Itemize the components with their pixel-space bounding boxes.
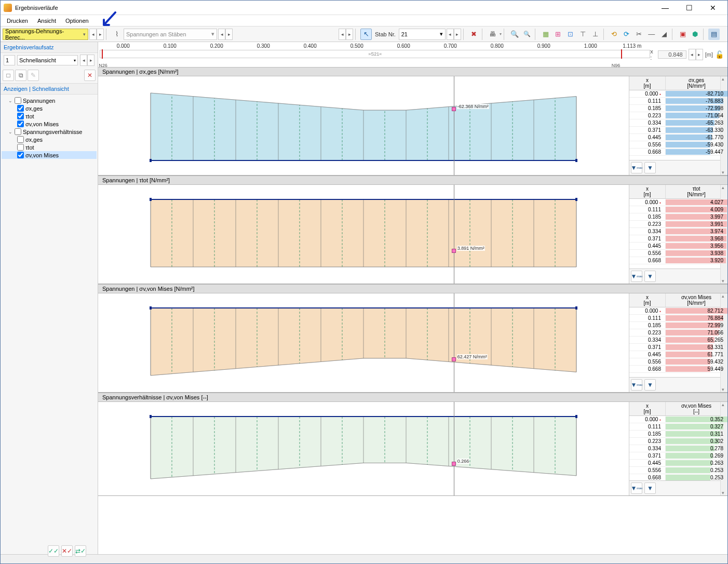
svg-rect-95 xyxy=(575,415,577,418)
addon-combo[interactable]: Spannungs-Dehnungs-Berec...▾ xyxy=(3,29,88,40)
chart[interactable]: -62.368 N/mm² xyxy=(98,76,629,175)
svg-rect-22 xyxy=(150,159,152,162)
nav-prev4[interactable]: ◂ xyxy=(447,29,454,40)
tool-6-icon[interactable]: ⟲ xyxy=(609,29,620,40)
svg-rect-71 xyxy=(575,306,577,310)
svg-rect-70 xyxy=(150,306,152,310)
sbtn-copy[interactable]: ⧉ xyxy=(15,70,26,81)
tool-12-icon[interactable]: ⬢ xyxy=(690,29,701,40)
panel-header: Spannungen | τtot [N/mm²] xyxy=(98,176,727,185)
svg-rect-47 xyxy=(575,198,577,201)
status-bar xyxy=(1,554,727,563)
set-name[interactable]: Schnellansicht▾ xyxy=(17,55,78,65)
cx-prev[interactable]: ◂ xyxy=(689,49,696,60)
cursor-x-value: 0.848 xyxy=(658,50,686,59)
tool-13-icon[interactable]: ▤ xyxy=(708,29,720,40)
set-prev[interactable]: ◂ xyxy=(80,55,87,66)
tool-10-icon[interactable]: ◢ xyxy=(658,29,670,40)
content-area: 0.0000.1000.2000.3000.4000.5000.6000.700… xyxy=(98,42,727,554)
menu-optionen[interactable]: Optionen xyxy=(61,17,93,25)
tree-node[interactable]: ⌄ Spannungen xyxy=(2,97,97,104)
window-title: Ergebnisverläufe xyxy=(15,5,58,11)
panel-header: Spannungsverhältnisse | σv,von Mises [--… xyxy=(98,393,727,402)
tree-leaf[interactable]: τtot xyxy=(2,112,97,120)
set-next[interactable]: ▸ xyxy=(87,55,95,66)
btm-3[interactable]: ⇄✓ xyxy=(75,545,86,557)
ruler: 0.0000.1000.2000.3000.4000.5000.6000.700… xyxy=(98,42,727,67)
max-button[interactable]: ▼max xyxy=(631,271,642,282)
zoom-in-icon[interactable]: 🔍 xyxy=(509,29,520,40)
data-table: x[m]τtot[N/mm²]0.000 ▪4.0270.1114.0090.1… xyxy=(629,185,727,284)
menu-drucken[interactable]: Drucken xyxy=(3,17,32,25)
nav-next1[interactable]: ▸ xyxy=(97,29,104,40)
data-table: x[m]σv,von Mises[--]0.000 ▪0.3520.1110.3… xyxy=(629,402,727,495)
cx-next[interactable]: ▸ xyxy=(696,49,703,60)
svg-rect-94 xyxy=(150,415,152,418)
tool-5-icon[interactable]: ⊥ xyxy=(590,29,601,40)
filter-button[interactable]: ▼ xyxy=(644,379,656,391)
tree-leaf[interactable]: τtot xyxy=(2,143,97,151)
max-button[interactable]: ☐ xyxy=(678,1,700,15)
data-table: x[m]σv,von Mises[N/mm²]0.000 ▪82.7120.11… xyxy=(629,293,727,392)
chart[interactable]: 0.266 xyxy=(98,402,629,495)
sidebar-header-1: Ergebnisverlaufsatz xyxy=(1,42,98,53)
nav-prev1[interactable]: ◂ xyxy=(89,29,97,40)
tool-8-icon[interactable]: ✂ xyxy=(633,29,645,40)
nav-next2[interactable]: ▸ xyxy=(225,29,233,40)
filter-button[interactable]: ▼ xyxy=(644,271,656,282)
data-table: x[m]σx,ges[N/mm²]0.000 ▪-82.7100.111-76.… xyxy=(629,76,727,175)
nav-prev2[interactable]: ◂ xyxy=(218,29,225,40)
nav-next3[interactable]: ▸ xyxy=(346,29,353,40)
filter-button[interactable]: ▼ xyxy=(644,162,656,173)
delete-icon[interactable]: ✖ xyxy=(468,29,480,40)
close-button[interactable]: ✕ xyxy=(702,1,724,15)
tool-9-icon[interactable]: — xyxy=(646,29,657,40)
menu-ansicht[interactable]: Ansicht xyxy=(33,17,60,25)
pick-icon[interactable]: ↖ xyxy=(360,29,372,40)
lock-icon[interactable]: 🔓 xyxy=(715,50,723,59)
nav-next4[interactable]: ▸ xyxy=(454,29,461,40)
chart[interactable]: 62.427 N/mm² xyxy=(98,293,629,392)
sidebar-header-2: Anzeigen | Schnellansicht xyxy=(1,84,98,95)
panel-header: Spannungen | σx,ges [N/mm²] xyxy=(98,67,727,76)
max-button[interactable]: ▼max xyxy=(631,379,642,391)
main-toolbar: Spannungs-Dehnungs-Berec...▾ ◂▸ ⌇ Spannu… xyxy=(1,26,727,42)
tree-leaf[interactable]: σv,von Mises xyxy=(2,151,97,159)
sbtn-new[interactable]: □ xyxy=(3,70,14,81)
min-button[interactable]: — xyxy=(654,1,677,15)
tool-1-icon[interactable]: ▦ xyxy=(540,29,551,40)
filter-button[interactable]: ▼ xyxy=(644,482,656,494)
zoom-out-icon[interactable]: 🔍 xyxy=(521,29,533,40)
beam-icon[interactable]: ⌇ xyxy=(111,29,123,40)
tool-11-icon[interactable]: ▣ xyxy=(677,29,689,40)
tree-node[interactable]: ⌄ Spannungsverhältnisse xyxy=(2,128,97,136)
bottom-buttons: ✓✓ ✕✓ ⇄✓ xyxy=(48,545,86,557)
member-number-input[interactable]: 21▾ xyxy=(399,29,446,40)
tool-2-icon[interactable]: ⊞ xyxy=(552,29,564,40)
tool-4-icon[interactable]: ⊤ xyxy=(577,29,589,40)
tree-leaf[interactable]: σx,ges xyxy=(2,136,97,143)
chart[interactable]: 3.891 N/mm² xyxy=(98,185,629,284)
sbtn-delete[interactable]: ✕ xyxy=(84,70,96,81)
result-tree: ⌄ Spannungen σx,ges τtot σv,von Mises⌄ S… xyxy=(1,95,98,161)
max-button[interactable]: ▼max xyxy=(631,162,642,173)
tool-7-icon[interactable]: ⟳ xyxy=(621,29,632,40)
menubar: Drucken Ansicht Optionen xyxy=(1,15,727,26)
sidebar: Ergebnisverlaufsatz 1 Schnellansicht▾ ◂▸… xyxy=(1,42,98,554)
panel-header: Spannungen | σv,von Mises [N/mm²] xyxy=(98,284,727,293)
nav-prev3[interactable]: ◂ xyxy=(339,29,346,40)
max-button[interactable]: ▼max xyxy=(631,482,642,494)
set-number[interactable]: 1 xyxy=(4,55,15,65)
app-icon xyxy=(4,4,12,12)
titlebar: Ergebnisverläufe — ☐ ✕ xyxy=(1,1,727,15)
print-icon[interactable]: 🖶 xyxy=(487,29,498,40)
sbtn-edit[interactable]: ✎ xyxy=(28,70,39,81)
svg-rect-46 xyxy=(150,198,152,201)
tree-leaf[interactable]: σx,ges xyxy=(2,104,97,112)
svg-rect-23 xyxy=(575,159,577,162)
result-type-combo[interactable]: Spannungen an Stäben▾ xyxy=(124,29,217,40)
btm-1[interactable]: ✓✓ xyxy=(48,545,59,557)
btm-2[interactable]: ✕✓ xyxy=(61,545,73,557)
tool-3-icon[interactable]: ⊡ xyxy=(565,29,576,40)
tree-leaf[interactable]: σv,von Mises xyxy=(2,120,97,128)
